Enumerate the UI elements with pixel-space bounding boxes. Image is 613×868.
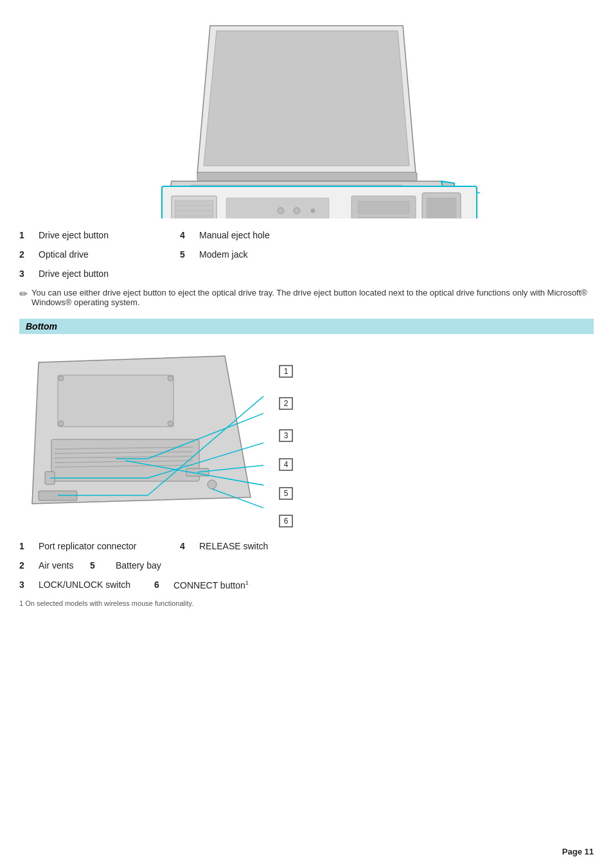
bottom-label-text-1: Port replicator connector: [39, 541, 180, 551]
top-illustration: 1 2 3 4 5: [19, 13, 594, 218]
label-text-5: Modem jack: [199, 249, 594, 260]
svg-point-48: [168, 376, 173, 381]
bottom-laptop-svg: [19, 343, 263, 523]
svg-point-23: [311, 209, 315, 213]
bottom-label-text-2: Air vents: [39, 560, 90, 571]
svg-text:6: 6: [284, 517, 289, 526]
note-text: You can use either drive eject button to…: [31, 288, 594, 307]
svg-rect-46: [58, 375, 173, 427]
svg-text:4: 4: [284, 460, 289, 469]
bottom-label-row-3: 3 LOCK/UNLOCK switch 6 CONNECT button1: [19, 580, 594, 590]
label-text-1: Drive eject button: [39, 230, 180, 240]
svg-text:2: 2: [284, 399, 289, 408]
top-labels: 1 Drive eject button 4 Manual eject hole…: [19, 230, 594, 279]
svg-rect-25: [358, 201, 409, 214]
bottom-laptop-wrap: [19, 343, 276, 529]
bottom-labels: 1 Port replicator connector 4 RELEASE sw…: [19, 541, 594, 590]
bottom-label-text-5: Battery bay: [116, 560, 594, 571]
bottom-label-text-4: RELEASE switch: [199, 541, 594, 551]
label-text-2: Optical drive: [39, 249, 180, 260]
label-text-4: Manual eject hole: [199, 230, 594, 240]
label-text-3: Drive eject button: [39, 269, 180, 279]
svg-point-50: [168, 421, 173, 426]
note-icon: ✏: [19, 288, 28, 300]
footnote: 1 On selected models with wireless mouse…: [19, 599, 594, 607]
svg-marker-1: [204, 31, 409, 166]
svg-point-22: [294, 208, 300, 214]
page-number: Page 11: [562, 847, 594, 856]
bottom-label-num-2: 2: [19, 560, 39, 571]
bottom-label-text-3: LOCK/UNLOCK switch: [39, 580, 154, 590]
svg-rect-45: [51, 439, 199, 481]
top-label-row-3: 3 Drive eject button: [19, 269, 594, 279]
bottom-illustration: 1 2 3 4 5 6: [19, 343, 594, 529]
bottom-label-num-4: 4: [180, 541, 199, 551]
label-num-4: 4: [180, 230, 199, 240]
badges-svg: 1 2 3 4 5 6: [276, 350, 353, 529]
svg-rect-28: [427, 198, 456, 218]
bottom-section-header: Bottom: [19, 319, 594, 334]
laptop-top-svg: 1 2 3 4 5: [107, 19, 506, 218]
label-num-2: 2: [19, 249, 39, 260]
svg-text:5: 5: [284, 489, 289, 498]
bottom-label-num-1: 1: [19, 541, 39, 551]
bottom-label-row-1: 1 Port replicator connector 4 RELEASE sw…: [19, 541, 594, 551]
label-num-3: 3: [19, 269, 39, 279]
bottom-label-num-5: 5: [90, 560, 116, 571]
connect-button-sup: 1: [245, 580, 249, 586]
svg-point-21: [278, 208, 284, 214]
svg-rect-2: [197, 172, 417, 181]
bottom-label-num-3: 3: [19, 580, 39, 590]
top-label-row-2: 2 Optical drive 5 Modem jack: [19, 249, 594, 260]
label-num-5: 5: [180, 249, 199, 260]
bottom-label-row-2: 2 Air vents 5 Battery bay: [19, 560, 594, 571]
page-container: 1 2 3 4 5 1 Drive eject button 4 Manual …: [0, 0, 613, 868]
svg-point-47: [58, 376, 64, 381]
svg-point-49: [58, 421, 64, 426]
note-box: ✏ You can use either drive eject button …: [19, 288, 594, 307]
bottom-label-num-6: 6: [154, 580, 173, 590]
svg-rect-26: [358, 217, 409, 218]
svg-text:1: 1: [284, 367, 289, 376]
svg-point-59: [208, 480, 217, 489]
bottom-label-text-6: CONNECT button1: [173, 580, 594, 590]
callout-badges: 1 2 3 4 5 6: [276, 343, 594, 529]
top-label-row-1: 1 Drive eject button 4 Manual eject hole: [19, 230, 594, 240]
svg-rect-20: [226, 198, 329, 218]
svg-text:3: 3: [284, 431, 289, 440]
label-num-1: 1: [19, 230, 39, 240]
